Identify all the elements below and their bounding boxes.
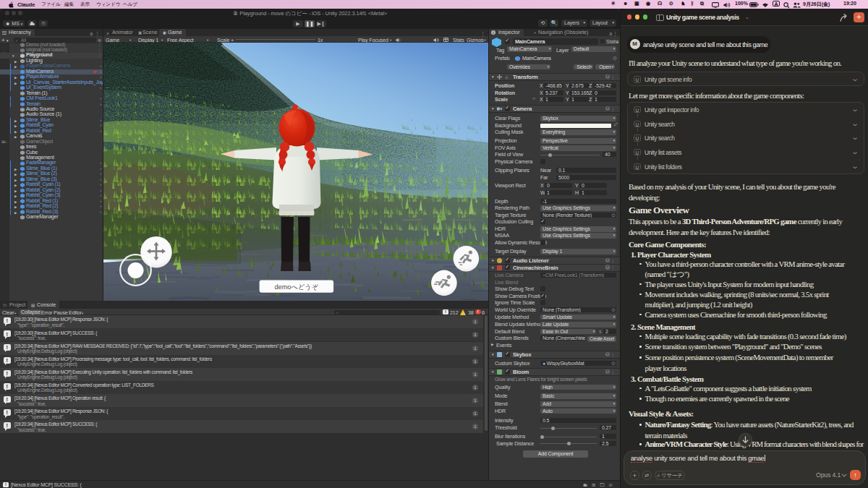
svg-text:demoへどうぞ: demoへどうぞ [275,283,319,291]
